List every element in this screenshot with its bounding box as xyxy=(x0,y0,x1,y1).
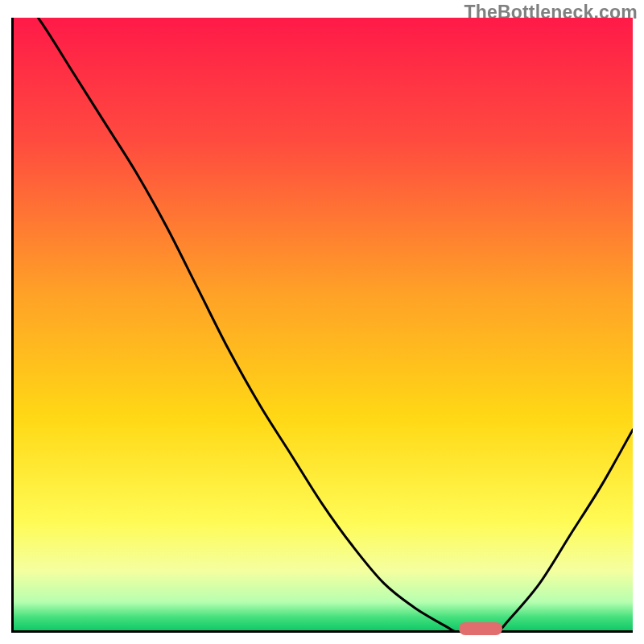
optimal-range-marker xyxy=(459,622,502,635)
plot-area xyxy=(11,18,633,633)
plot-svg xyxy=(11,18,633,633)
plot-background xyxy=(11,18,633,633)
chart-stage: TheBottleneck.com xyxy=(0,0,644,644)
